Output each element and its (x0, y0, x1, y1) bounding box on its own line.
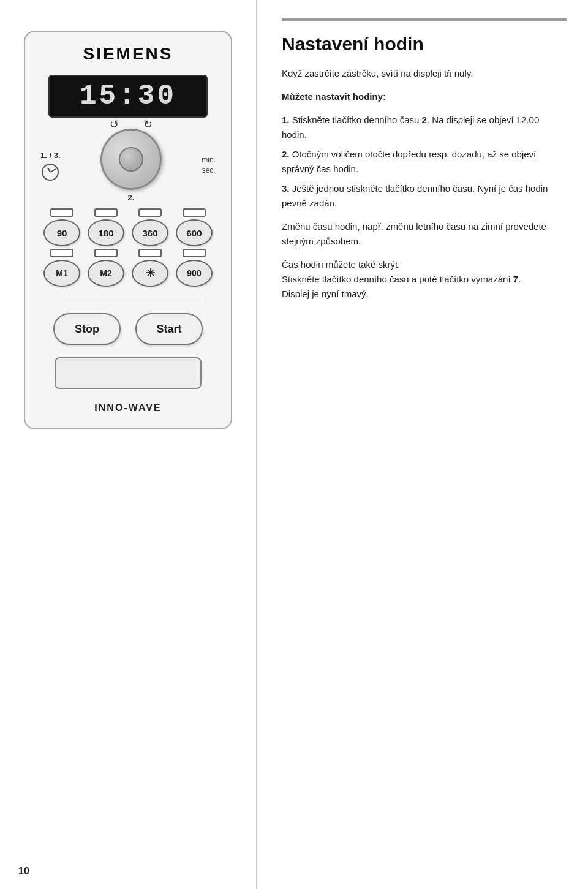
preset-buttons-row: 90 180 360 600 (37, 219, 219, 246)
rotary-container: ↻ ↻ 2. (100, 129, 162, 202)
indicator-4 (183, 208, 206, 217)
brand-name: SIEMENS (83, 44, 173, 64)
indicator-5 (50, 249, 74, 257)
panel-divider (55, 303, 202, 303)
list-item-1: 1. Stiskněte tlačítko denního času 2. Na… (282, 113, 567, 142)
memory-btn-m1[interactable]: M1 (43, 260, 80, 287)
instruction-list: 1. Stiskněte tlačítko denního času 2. Na… (282, 113, 567, 211)
indicator-3 (138, 208, 162, 217)
section-divider-top (282, 18, 567, 21)
indicator-1 (50, 208, 74, 217)
indicator-row-top (37, 208, 219, 217)
left-panel: SIEMENS 15:30 1. / 3. ↻ (0, 0, 257, 889)
controls-row: 1. / 3. ↻ ↻ 2. (37, 129, 219, 202)
stop-button[interactable]: Stop (53, 313, 121, 345)
preset-btn-600[interactable]: 600 (176, 219, 213, 246)
display-time: 15:30 (80, 80, 176, 112)
bottom-rectangle (55, 357, 202, 389)
step-1-3-label: 1. / 3. (40, 151, 61, 160)
display-screen: 15:30 (48, 75, 208, 118)
memory-buttons-row: M1 M2 ✳ 900 (37, 260, 219, 287)
arrow-right-icon: ↻ (143, 118, 153, 131)
list-item-3: 3. Ještě jednou stiskněte tlačítko denní… (282, 181, 567, 211)
preset-btn-90[interactable]: 90 (43, 219, 80, 246)
min-sec-label: min. sec. (202, 155, 216, 176)
page-number: 10 (18, 866, 29, 877)
section-title: Nastavení hodin (282, 33, 567, 55)
indicator-8 (183, 249, 206, 257)
indicator-7 (138, 249, 162, 257)
intro-text: Když zastrčíte zástrčku, svítí na disple… (282, 66, 567, 81)
change-time-text: Změnu času hodin, např. změnu letního ča… (282, 219, 567, 249)
step2-label: 2. (128, 193, 135, 202)
indicator-row-bottom (37, 249, 219, 257)
rotary-inner (119, 147, 143, 172)
preset-btn-180[interactable]: 180 (88, 219, 124, 246)
special-btn[interactable]: ✳ (132, 260, 168, 287)
microwave-body: SIEMENS 15:30 1. / 3. ↻ (24, 31, 232, 429)
arrow-left-icon: ↻ (110, 118, 119, 131)
hide-clock-text: Čas hodin můžete také skrýt: Stiskněte t… (282, 257, 567, 301)
right-panel: Nastavení hodin Když zastrčíte zástrčku,… (257, 0, 588, 889)
model-name: INNO-WAVE (94, 403, 161, 414)
clock-icon (42, 164, 59, 181)
list-item-2: 2. Otočným voličem otočte dopředu resp. … (282, 147, 567, 176)
subtitle: Můžete nastavit hodiny: (282, 89, 567, 104)
subtitle-bold: Můžete nastavit hodiny: (282, 91, 386, 102)
memory-btn-m2[interactable]: M2 (88, 260, 124, 287)
page-container: SIEMENS 15:30 1. / 3. ↻ (0, 0, 588, 889)
action-buttons-row: Stop Start (53, 313, 203, 345)
indicator-6 (94, 249, 118, 257)
preset-btn-360[interactable]: 360 (132, 219, 168, 246)
memory-btn-900[interactable]: 900 (176, 260, 213, 287)
start-button[interactable]: Start (135, 313, 203, 345)
indicator-2 (94, 208, 118, 217)
clock-hand-minute (50, 168, 56, 173)
rotary-dial[interactable] (100, 129, 162, 190)
